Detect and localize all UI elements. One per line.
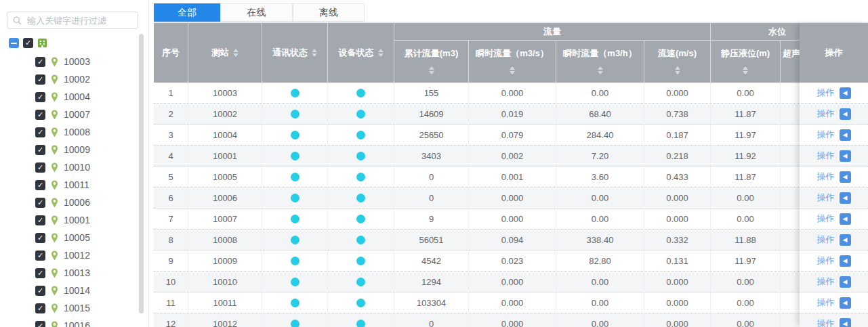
- action-link[interactable]: 操作: [817, 108, 835, 120]
- location-pin-icon: [50, 215, 59, 225]
- inst_h-cell: 0.00: [556, 188, 644, 208]
- station-checkbox[interactable]: ✓: [35, 162, 45, 173]
- station-tree-item: ✓10012: [0, 246, 136, 264]
- table-row: 71000790.0000.000.0000.00: [154, 209, 868, 230]
- total-cell: 103304: [394, 292, 469, 313]
- header-total-flow[interactable]: 累计流量(m3): [394, 41, 469, 83]
- status-dot-icon: [356, 194, 365, 202]
- inst_h-cell: 0.00: [556, 83, 644, 103]
- station-checkbox[interactable]: ✓: [35, 110, 45, 120]
- search-input[interactable]: [26, 15, 132, 26]
- header-inst-flow-s[interactable]: 瞬时流量（m3/s）: [469, 41, 556, 83]
- action-link[interactable]: 操作: [817, 87, 835, 99]
- comm-status-cell: [262, 167, 328, 187]
- table-row: 310004256500.079284.400.18711.97: [154, 125, 868, 146]
- tab-offline[interactable]: 离线: [293, 3, 365, 22]
- action-link[interactable]: 操作: [817, 234, 835, 246]
- device-status-cell: [328, 146, 394, 166]
- level-cell: 11.97: [711, 250, 781, 271]
- station-checkbox[interactable]: ✓: [35, 233, 45, 243]
- station-id-label: 10015: [64, 303, 90, 313]
- level-cell: 0.00: [711, 271, 781, 292]
- inst_h-cell: 338.40: [556, 230, 644, 250]
- action-expand-button[interactable]: ◀: [840, 192, 851, 204]
- table-row: 101001012940.0000.000.0000.00: [154, 271, 868, 292]
- tab-online[interactable]: 在线: [220, 3, 293, 22]
- action-link[interactable]: 操作: [817, 255, 835, 267]
- action-expand-button[interactable]: ◀: [840, 129, 851, 141]
- location-pin-icon: [50, 162, 59, 173]
- total-cell: 0: [394, 167, 469, 187]
- status-dot-icon: [356, 278, 365, 286]
- inst_s-cell: 0.000: [469, 83, 556, 103]
- header-inst-flow-h[interactable]: 瞬时流量（m3/h）: [556, 41, 644, 83]
- action-expand-button[interactable]: ◀: [840, 318, 851, 327]
- action-expand-button[interactable]: ◀: [840, 276, 851, 288]
- header-static-level[interactable]: 静压液位(m): [711, 41, 781, 83]
- action-cell: 操作◀: [800, 188, 868, 209]
- level-cell: 11.88: [711, 230, 781, 250]
- station-checkbox[interactable]: ✓: [35, 180, 45, 190]
- total-cell: 4542: [394, 250, 469, 271]
- device-status-cell: [328, 271, 394, 292]
- sidebar-scrollbar[interactable]: [139, 34, 144, 313]
- action-link[interactable]: 操作: [817, 297, 835, 309]
- action-link[interactable]: 操作: [817, 318, 835, 327]
- action-link[interactable]: 操作: [817, 129, 835, 141]
- action-expand-button[interactable]: ◀: [840, 171, 851, 183]
- station-tree-item: ✓10016: [0, 317, 136, 327]
- level-cell: 0.00: [711, 188, 781, 208]
- action-link[interactable]: 操作: [817, 276, 835, 288]
- station-checkbox[interactable]: ✓: [35, 321, 45, 327]
- station-checkbox[interactable]: ✓: [35, 215, 45, 225]
- vel-cell: 0.187: [644, 125, 711, 145]
- station-checkbox[interactable]: ✓: [35, 127, 45, 137]
- action-expand-button[interactable]: ◀: [840, 213, 851, 225]
- header-station[interactable]: 测站: [188, 23, 262, 83]
- seq-cell: 1: [154, 83, 188, 103]
- action-expand-button[interactable]: ◀: [840, 297, 851, 309]
- table-row: 11100111033040.0000.000.0000.00: [154, 292, 868, 313]
- station-checkbox[interactable]: ✓: [35, 92, 45, 102]
- total-cell: 25650: [394, 125, 469, 145]
- station-checkbox[interactable]: ✓: [35, 145, 45, 155]
- header-comm-status[interactable]: 通讯状态: [262, 23, 328, 83]
- action-expand-button[interactable]: ◀: [840, 234, 851, 246]
- collapse-icon[interactable]: [9, 38, 19, 48]
- level-cell: 11.87: [711, 167, 781, 187]
- action-expand-button[interactable]: ◀: [840, 87, 851, 99]
- action-expand-button[interactable]: ◀: [840, 150, 851, 162]
- sort-caret-icon: [312, 49, 317, 57]
- status-tabs: 全部 在线 离线: [154, 3, 365, 22]
- header-velocity[interactable]: 流速(m/s): [644, 41, 711, 83]
- station-checkbox[interactable]: ✓: [35, 198, 45, 208]
- status-dot-icon: [356, 89, 365, 97]
- root-checkbox[interactable]: ✓: [23, 38, 33, 48]
- station-checkbox[interactable]: ✓: [35, 303, 45, 313]
- action-link[interactable]: 操作: [817, 192, 835, 204]
- station-cell: 10012: [188, 313, 262, 327]
- station-checkbox[interactable]: ✓: [35, 250, 45, 261]
- action-link[interactable]: 操作: [817, 171, 835, 183]
- action-expand-button[interactable]: ◀: [840, 108, 851, 120]
- station-checkbox[interactable]: ✓: [35, 286, 45, 296]
- station-tree-item: ✓10005: [0, 229, 136, 246]
- action-expand-button[interactable]: ◀: [840, 255, 851, 267]
- station-checkbox[interactable]: ✓: [35, 57, 45, 67]
- inst_h-cell: 0.00: [556, 209, 644, 229]
- seq-cell: 2: [154, 104, 188, 124]
- action-cell: 操作◀: [800, 104, 868, 125]
- station-checkbox[interactable]: ✓: [35, 268, 45, 278]
- header-seq: 序号: [154, 23, 188, 83]
- level-cell: 0.00: [711, 209, 781, 229]
- station-id-label: 10012: [64, 250, 90, 261]
- table-row: 91000945420.02382.800.13111.97: [154, 250, 868, 271]
- action-link[interactable]: 操作: [817, 213, 835, 225]
- table-row: 61000600.0000.000.0000.00: [154, 188, 868, 209]
- header-device-status[interactable]: 设备状态: [328, 23, 394, 83]
- tab-all[interactable]: 全部: [154, 3, 220, 22]
- station-cell: 10006: [188, 188, 262, 208]
- comm-status-cell: [262, 209, 328, 229]
- action-link[interactable]: 操作: [817, 150, 835, 162]
- station-checkbox[interactable]: ✓: [35, 74, 45, 85]
